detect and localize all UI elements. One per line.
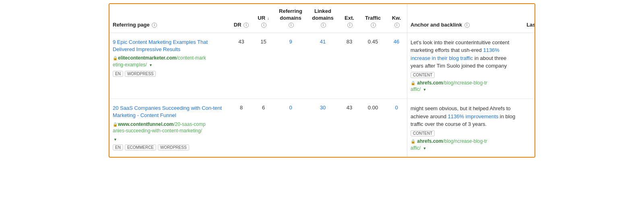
row2-ur: 6	[252, 99, 275, 157]
row2-backlink-lock: 🔒	[411, 139, 415, 144]
main-table-wrapper: Referring page i DR i UR ↓ i Referringdo…	[109, 3, 535, 158]
row2-backlink-dropdown[interactable]: ▼	[423, 146, 426, 151]
row1-ur: 15	[252, 33, 275, 99]
row2-backlink-url: 🔒 ahrefs.com/blog/ncrease-blog-traffic/ …	[411, 138, 517, 152]
row1-backlink-lock: 🔒	[411, 80, 415, 86]
row1-lock-icon: 🔒	[113, 56, 118, 61]
row2-ld-link[interactable]: 30	[320, 105, 326, 111]
row1-tags: EN WORDPRESS	[113, 71, 227, 77]
col-anchor-backlink: Anchor and backlink i	[407, 4, 520, 33]
row2-tag-wordpress: WORDPRESS	[158, 144, 189, 150]
col-dr: DR i	[230, 4, 252, 33]
row2-page-cell: 20 SaaS Companies Succeeding with Con-te…	[109, 99, 230, 157]
row1-page-cell: 9 Epic Content Marketing Examples That D…	[109, 33, 230, 99]
row2-url-dropdown[interactable]: ▼	[114, 138, 117, 142]
row2-tags: EN ECOMMERCE WORDPRESS	[113, 144, 227, 150]
ext-info-icon[interactable]: i	[347, 23, 353, 28]
kw-info-icon[interactable]: i	[394, 23, 400, 28]
col-referring-page: Referring page i	[109, 4, 230, 33]
row1-dr: 43	[230, 33, 252, 99]
col-ext: Ext. i	[339, 4, 360, 33]
row2-tag-ecommerce: ECOMMERCE	[125, 144, 156, 150]
row1-kw-link[interactable]: 46	[394, 39, 399, 45]
row2-ext: 43	[339, 99, 360, 157]
row1-backlink-main[interactable]: ahrefs.com	[417, 80, 443, 86]
row2-first-seen: 1 Jul '20	[523, 105, 535, 114]
row1-linked-domains: 41	[307, 33, 339, 99]
row1-page-url: 🔒elitecontentmarketer.com/content-market…	[113, 55, 227, 68]
row2-content-tag-wrapper: CONTENT	[411, 128, 517, 136]
row1-backlink-url: 🔒 ahrefs.com/blog/ncrease-blog-traffic/ …	[411, 80, 517, 93]
row2-lock-icon: 🔒	[113, 122, 118, 128]
row1-first-seen: 21 Jul '19	[523, 39, 535, 48]
row1-anchor-cell: Let's look into their counterintuitive c…	[407, 33, 520, 99]
col-kw: Kw. i	[386, 4, 407, 33]
row1-rd-link[interactable]: 9	[289, 39, 292, 45]
col-ur: UR ↓ i	[252, 4, 275, 33]
row1-backlink-dropdown[interactable]: ▼	[423, 87, 426, 93]
row2-linked-domains: 30	[307, 99, 339, 157]
row2-url-main[interactable]: www.contentfunnel.com	[118, 121, 173, 127]
row2-dr: 8	[230, 99, 252, 157]
row2-anchor-text: might seem obvious, but it helped Ahrefs…	[411, 105, 517, 128]
row1-tag-wordpress: WORDPRESS	[125, 71, 156, 77]
row1-last-check: 2 d	[523, 48, 535, 54]
row1-page-title[interactable]: 9 Epic Content Marketing Examples That D…	[113, 39, 227, 53]
referring-page-info-icon[interactable]: i	[152, 23, 157, 28]
row1-anchor-text: Let's look into their counterintuitive c…	[411, 39, 517, 70]
row2-page-url: 🔒www.contentfunnel.com/20-saas-companies…	[113, 121, 227, 135]
row2-rd-link[interactable]: 0	[289, 105, 292, 111]
traffic-info-icon[interactable]: i	[371, 23, 376, 28]
dr-info-icon[interactable]: i	[244, 23, 249, 28]
row2-tag-en: EN	[113, 144, 123, 150]
row2-dates-cell: 1 Jul '20 2 d	[520, 99, 535, 157]
row2-referring-domains: 0	[275, 99, 307, 157]
row2-content-tag: CONTENT	[411, 130, 435, 136]
row1-dates-cell: 21 Jul '19 2 d	[520, 33, 535, 99]
row1-ld-link[interactable]: 41	[320, 39, 326, 45]
row2-anchor-link[interactable]: 1136% improvements	[448, 113, 499, 119]
col-first-seen: First seenLast check i	[520, 4, 535, 33]
row2-kw: 0	[386, 99, 407, 157]
ur-sort-icon[interactable]: ↓	[267, 16, 269, 21]
linked-domains-info-icon[interactable]: i	[321, 23, 326, 28]
table-row: 20 SaaS Companies Succeeding with Con-te…	[109, 99, 535, 157]
col-linked-domains: Linkeddomains i	[307, 4, 339, 33]
referring-domains-info-icon[interactable]: i	[289, 23, 294, 28]
row2-last-check: 2 d	[523, 114, 535, 120]
row2-anchor-cell: might seem obvious, but it helped Ahrefs…	[407, 99, 520, 157]
row1-url-dropdown[interactable]: ▼	[149, 63, 153, 68]
row1-content-tag-wrapper: CONTENT	[411, 70, 517, 78]
row1-traffic: 0.45	[360, 33, 386, 99]
row1-tag-en: EN	[113, 71, 123, 77]
anchor-info-icon[interactable]: i	[464, 23, 470, 28]
row2-traffic: 0.00	[360, 99, 386, 157]
col-traffic: Traffic i	[360, 4, 386, 33]
row2-backlink-main[interactable]: ahrefs.com	[417, 138, 443, 144]
row2-page-title[interactable]: 20 SaaS Companies Succeeding with Con-te…	[113, 105, 227, 119]
row2-kw-link[interactable]: 0	[395, 105, 398, 111]
row1-ext: 83	[339, 33, 360, 99]
col-referring-domains: Referringdomains i	[275, 4, 307, 33]
ur-info-icon[interactable]: i	[261, 23, 266, 28]
row1-kw: 46	[386, 33, 407, 99]
table-row: 9 Epic Content Marketing Examples That D…	[109, 33, 535, 99]
row1-url-main[interactable]: elitecontentmarketer.com	[118, 55, 176, 61]
row1-content-tag: CONTENT	[411, 72, 435, 78]
row1-referring-domains: 9	[275, 33, 307, 99]
